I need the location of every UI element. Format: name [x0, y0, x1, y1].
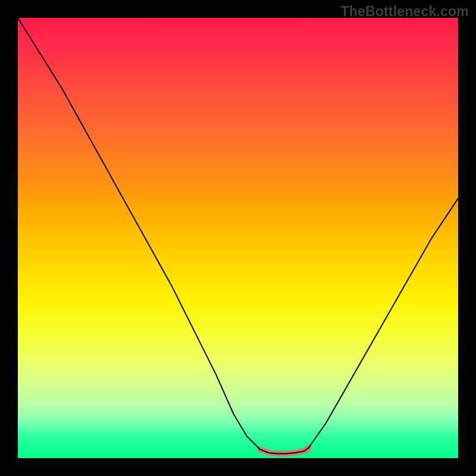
curve-main-line [18, 18, 458, 454]
chart-frame: TheBottleneck.com [0, 0, 476, 476]
curve-bottom-highlight [260, 448, 308, 454]
bottleneck-curve [18, 18, 458, 458]
plot-area [18, 18, 458, 458]
watermark-text: TheBottleneck.com [340, 4, 469, 20]
